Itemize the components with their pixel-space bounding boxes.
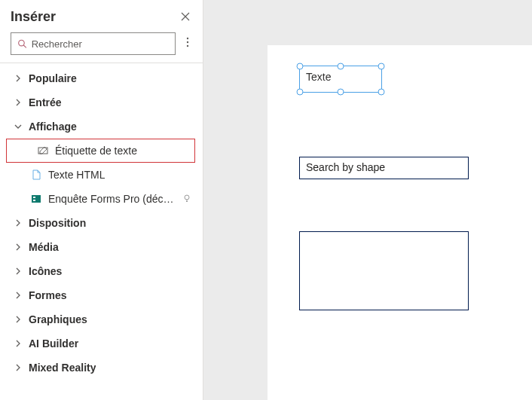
tree-label: AI Builder — [29, 337, 78, 350]
tree-item-ai-builder[interactable]: AI Builder — [0, 331, 203, 356]
tree-item-texte-html[interactable]: Texte HTML — [0, 163, 203, 187]
tree-item-formes[interactable]: Formes — [0, 283, 203, 307]
tree-label: Formes — [29, 289, 67, 301]
edit-label-icon — [37, 145, 49, 157]
insert-pane: Insérer Populaire Entrée Affichage — [0, 0, 203, 400]
chevron-right-icon — [14, 340, 23, 347]
svg-point-0 — [19, 40, 25, 46]
svg-point-4 — [187, 45, 188, 47]
forms-icon — [30, 193, 42, 205]
svg-point-2 — [187, 38, 188, 39]
tree-item-disposition[interactable]: Disposition — [0, 211, 203, 235]
pane-header: Insérer — [0, 0, 203, 29]
resize-handle[interactable] — [297, 89, 304, 96]
lightbulb-icon — [182, 193, 191, 205]
chevron-right-icon — [14, 75, 23, 82]
search-icon — [17, 38, 27, 49]
resize-handle[interactable] — [338, 63, 344, 70]
chevron-right-icon — [14, 364, 23, 371]
tree-label: Populaire — [29, 72, 77, 84]
tree-item-forms-pro[interactable]: Enquête Forms Pro (déconseillé)... — [0, 187, 203, 211]
chevron-right-icon — [14, 219, 23, 227]
canvas-area[interactable]: Texte Search by shape — [203, 0, 532, 400]
html-file-icon — [30, 169, 42, 181]
tree-label: Entrée — [29, 96, 62, 108]
resize-handle[interactable] — [338, 89, 344, 96]
chevron-right-icon — [14, 267, 23, 275]
chevron-right-icon — [14, 316, 23, 323]
more-button[interactable] — [180, 37, 195, 50]
resize-handle[interactable] — [378, 63, 385, 70]
close-icon — [181, 12, 190, 21]
tree-label: Disposition — [29, 217, 86, 229]
svg-rect-6 — [32, 195, 41, 203]
svg-point-9 — [185, 195, 189, 200]
chevron-right-icon — [14, 292, 23, 299]
resize-handle[interactable] — [378, 89, 385, 96]
label-control-selected[interactable]: Texte — [299, 66, 382, 93]
tree-item-affichage[interactable]: Affichage — [0, 115, 203, 139]
tree-item-etiquette-texte[interactable]: Étiquette de texte — [6, 139, 195, 163]
search-box[interactable] — [11, 32, 176, 55]
tree-item-graphiques[interactable]: Graphiques — [0, 307, 203, 331]
textinput-placeholder: Search by shape — [300, 157, 468, 177]
tree-item-mixed-reality[interactable]: Mixed Reality — [0, 356, 203, 380]
resize-handle[interactable] — [297, 63, 304, 70]
search-input[interactable] — [32, 38, 169, 50]
chevron-down-icon — [14, 123, 23, 130]
tree-label: Icônes — [29, 265, 62, 277]
tree-label: Média — [29, 241, 59, 253]
tree-item-entree[interactable]: Entrée — [0, 90, 203, 115]
svg-rect-8 — [33, 200, 35, 201]
tree-item-media[interactable]: Média — [0, 235, 203, 259]
tree-label: Graphiques — [29, 313, 87, 325]
insert-tree: Populaire Entrée Affichage Étiquette de … — [0, 63, 203, 400]
tree-label: Affichage — [29, 121, 77, 133]
tree-label: Étiquette de texte — [55, 145, 137, 157]
pane-title: Insérer — [11, 9, 56, 25]
canvas[interactable]: Texte Search by shape — [268, 45, 532, 400]
tree-item-icones[interactable]: Icônes — [0, 259, 203, 283]
search-row — [0, 29, 203, 63]
chevron-right-icon — [14, 99, 23, 106]
svg-rect-7 — [33, 197, 35, 198]
close-button[interactable] — [179, 11, 192, 24]
svg-point-3 — [187, 41, 188, 43]
svg-line-1 — [23, 45, 26, 47]
tree-label: Enquête Forms Pro (déconseillé)... — [48, 193, 176, 205]
textinput-control[interactable]: Search by shape — [299, 157, 469, 179]
more-icon — [186, 37, 189, 47]
chevron-right-icon — [14, 243, 23, 251]
tree-item-populaire[interactable]: Populaire — [0, 66, 203, 90]
tree-label: Mixed Reality — [29, 362, 96, 374]
tree-label: Texte HTML — [48, 169, 105, 181]
rectangle-control[interactable] — [299, 231, 469, 310]
